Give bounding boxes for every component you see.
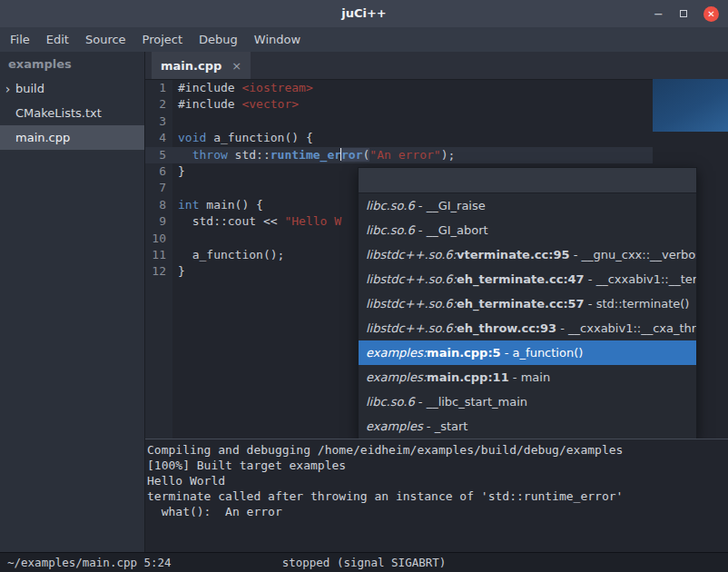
code-text: a_function(); [172,247,284,263]
menu-source[interactable]: Source [77,27,134,52]
line-number: 7 [145,180,172,196]
line-number: 1 [145,80,172,96]
code-text [172,180,178,196]
code-text: void a_function() { [172,130,313,146]
tree-item-label: main.cpp [15,131,70,144]
file-tree: ›buildCMakeLists.txtmain.cpp [0,76,144,150]
code-text: } [172,163,185,180]
line-number: 8 [145,197,172,213]
code-line[interactable]: 1#include <iostream> [145,80,728,96]
stack-frame-item[interactable]: examples:main.cpp:11 - main [359,365,696,390]
code-text: throw std::runtime_error("An error"); [172,147,455,163]
line-number: 11 [145,247,172,263]
minimize-icon[interactable]: − [654,7,664,21]
popup-filter-input[interactable] [359,168,696,193]
tab-main-cpp[interactable]: main.cpp × [152,52,251,79]
console-line: terminate called after throwing an insta… [147,488,728,504]
titlebar[interactable]: juCi++ − ✕ [0,0,728,27]
console-line: Hello World [147,473,728,488]
code-line[interactable]: 4void a_function() { [145,130,728,146]
chevron-right-icon[interactable]: › [0,82,15,96]
menu-file[interactable]: File [2,27,38,52]
console-line: what(): An error [147,504,728,519]
console-line: [100%] Built target examples [147,458,728,473]
code-text: std::cout << "Hello W [172,213,341,230]
stack-frame-item[interactable]: libstdc++.so.6:eh_terminate.cc:57 - std:… [359,291,696,316]
statusbar: ~/examples/main.cpp 5:24 stopped (signal… [0,552,728,572]
line-number: 10 [145,231,172,247]
stack-frame-item[interactable]: libc.so.6 - __GI_abort [359,218,696,242]
line-number: 6 [145,163,172,180]
sidebar-item-cmakelists-txt[interactable]: CMakeLists.txt [0,101,144,125]
console-output[interactable]: Compiling and debugging /home/eidheim/ex… [145,439,728,552]
doc-tooltip [653,79,728,132]
status-file-position: ~/examples/main.cpp 5:24 [7,556,172,569]
stack-trace-popup: libc.so.6 - __GI_raiselibc.so.6 - __GI_a… [358,167,697,439]
line-number: 5 [145,147,172,163]
tree-item-label: CMakeLists.txt [15,106,102,120]
restore-icon[interactable] [680,10,687,17]
app-window: juCi++ − ✕ FileEditSourceProjectDebugWin… [0,0,728,572]
restore-box-icon [680,10,687,17]
menu-edit[interactable]: Edit [38,27,77,52]
code-text: } [172,263,185,280]
menu-project[interactable]: Project [134,27,191,52]
code-line[interactable]: 3 [145,113,728,130]
console-line: Compiling and debugging /home/eidheim/ex… [147,442,728,458]
menu-window[interactable]: Window [246,27,309,52]
code-text [172,113,178,130]
line-number: 2 [145,96,172,113]
line-number: 9 [145,213,172,230]
menu-debug[interactable]: Debug [191,27,246,52]
sidebar-header: examples [0,52,144,76]
stack-frame-item[interactable]: libstdc++.so.6:vterminate.cc:95 - __gnu_… [359,242,696,267]
status-debug-state: stopped (signal SIGABRT) [282,556,447,569]
code-text [172,231,178,247]
tab-close-icon[interactable]: × [231,59,241,73]
sidebar-item-main-cpp[interactable]: main.cpp [0,125,144,150]
code-text: #include <vector> [172,96,299,113]
line-number: 4 [145,130,172,146]
stack-list: libc.so.6 - __GI_raiselibc.so.6 - __GI_a… [359,193,696,439]
sidebar-item-build[interactable]: ›build [0,76,144,101]
close-icon[interactable]: ✕ [703,6,719,22]
tabbar: main.cpp × [145,52,728,80]
stack-frame-item[interactable]: libstdc++.so.6:eh_throw.cc:93 - __cxxabi… [359,316,696,340]
code-text: int main() { [172,197,263,213]
code-line[interactable]: 2#include <vector> [145,96,728,113]
code-text: #include <iostream> [172,80,313,96]
line-number: 3 [145,113,172,130]
sidebar: examples ›buildCMakeLists.txtmain.cpp [0,52,145,552]
window-controls: − ✕ [654,0,719,27]
stack-frame-item[interactable]: examples:main.cpp:5 - a_function() [359,340,696,365]
window-title: juCi++ [0,0,728,27]
tab-label: main.cpp [161,59,221,73]
stack-frame-item[interactable]: libc.so.6 - __libc_start_main [359,390,696,414]
stack-frame-item[interactable]: libstdc++.so.6:eh_terminate.cc:47 - __cx… [359,267,696,291]
tree-item-label: build [15,82,44,95]
stack-frame-item[interactable]: libc.so.6 - __GI_raise [359,193,696,218]
stack-frame-item[interactable]: examples - _start [359,414,696,439]
line-number: 12 [145,263,172,280]
code-line[interactable]: 5 throw std::runtime_error("An error"); [145,147,728,163]
menubar: FileEditSourceProjectDebugWindow [0,27,728,52]
